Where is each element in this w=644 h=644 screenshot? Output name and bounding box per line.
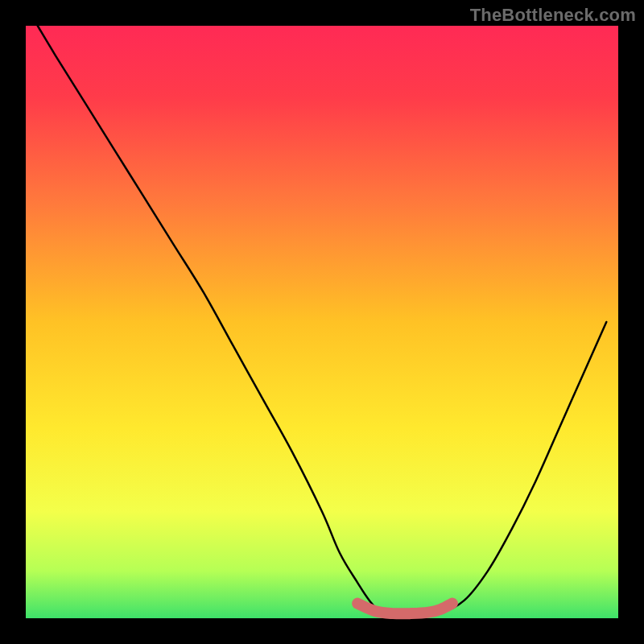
- chart-container: { "watermark": "TheBottleneck.com", "cha…: [0, 0, 644, 644]
- gradient-background: [26, 26, 618, 618]
- svg-rect-0: [26, 26, 618, 618]
- watermark-text: TheBottleneck.com: [470, 5, 636, 26]
